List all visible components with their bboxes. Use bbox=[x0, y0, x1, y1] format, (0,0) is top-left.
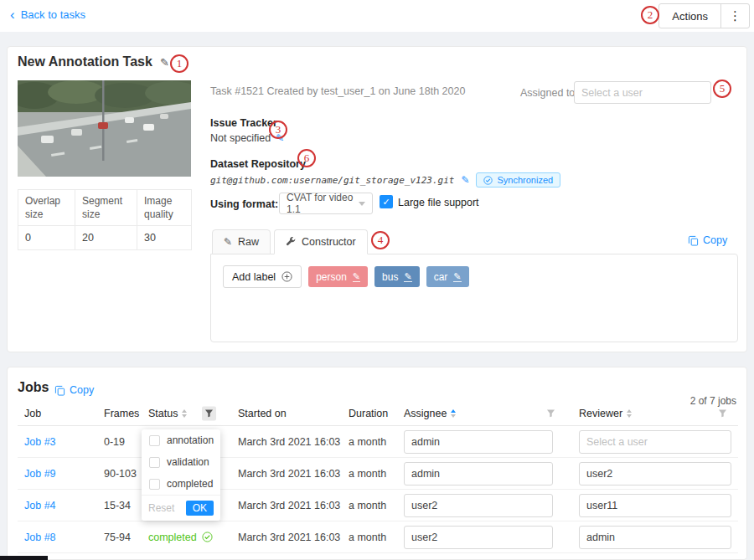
reviewer-input[interactable] bbox=[579, 494, 731, 517]
param-value-overlap: 0 bbox=[18, 226, 75, 250]
edit-label-icon[interactable]: ✎ bbox=[353, 272, 360, 282]
status-cell-completed: completed bbox=[148, 532, 213, 543]
filter-option-label: validation bbox=[167, 456, 209, 468]
annotation-marker-2: 2 bbox=[641, 6, 659, 24]
label-chip-car[interactable]: car ✎ bbox=[426, 266, 469, 287]
actions-button[interactable]: Actions bbox=[659, 4, 720, 28]
frames-cell: 75-94 bbox=[97, 532, 142, 543]
sort-icon[interactable] bbox=[627, 409, 632, 418]
copy-jobs-label: Copy bbox=[70, 384, 94, 396]
reviewer-input[interactable] bbox=[579, 430, 731, 454]
task-title: New Annotation Task bbox=[18, 54, 152, 69]
filter-option-validation[interactable]: validation bbox=[142, 451, 220, 473]
job-link[interactable]: Job #4 bbox=[24, 500, 56, 511]
assignee-input[interactable] bbox=[404, 430, 553, 454]
using-format-label: Using format: bbox=[210, 198, 278, 210]
checkbox-icon[interactable] bbox=[149, 457, 160, 468]
assignee-input[interactable] bbox=[404, 494, 553, 517]
job-link[interactable]: Job #9 bbox=[24, 468, 56, 480]
copy-jobs-button[interactable]: Copy bbox=[54, 384, 94, 396]
started-cell: March 3rd 2021 16:03 bbox=[231, 532, 342, 543]
status-text: completed bbox=[148, 532, 197, 543]
assignee-input[interactable] bbox=[404, 526, 553, 549]
label-chip-bus[interactable]: bus ✎ bbox=[374, 266, 420, 287]
labels-row: Add label person ✎ bus ✎ car ✎ bbox=[223, 265, 469, 288]
tab-raw-label: Raw bbox=[238, 236, 259, 248]
column-header-job: Job bbox=[18, 408, 97, 419]
param-value-segment: 20 bbox=[75, 226, 137, 250]
filter-reset-button[interactable]: Reset bbox=[148, 502, 174, 514]
checkbox-icon[interactable] bbox=[149, 479, 160, 490]
tab-raw[interactable]: ✎ Raw bbox=[212, 229, 271, 254]
repository-url: git@github.com:username/git_storage_v123… bbox=[210, 175, 454, 186]
tab-constructor[interactable]: Constructor bbox=[274, 229, 368, 254]
pencil-icon: ✎ bbox=[224, 236, 232, 248]
filter-dropdown-footer: Reset OK bbox=[142, 495, 220, 521]
assignee-input[interactable] bbox=[404, 462, 553, 486]
status-filter-icon[interactable] bbox=[202, 406, 216, 420]
column-header-started: Started on bbox=[231, 408, 342, 419]
table-row: Job #9 90-103 March 3rd 2021 16:03 a mon… bbox=[18, 458, 738, 490]
column-header-assignee[interactable]: Assignee bbox=[397, 408, 572, 419]
jobs-table: Job Frames Status Started on Duration As… bbox=[18, 401, 738, 553]
status-filter-dropdown: annotation validation completed Reset OK bbox=[142, 429, 220, 521]
duration-cell: a month bbox=[342, 468, 397, 480]
assignee-filter-icon[interactable] bbox=[546, 408, 555, 418]
job-link[interactable]: Job #3 bbox=[24, 436, 56, 448]
annotation-marker-4: 4 bbox=[371, 231, 390, 249]
task-details-card: New Annotation Task ✎ bbox=[7, 46, 747, 352]
param-header-overlap: Overlap size bbox=[18, 190, 75, 226]
edit-repository-icon[interactable]: ✎ bbox=[461, 174, 469, 186]
label-chip-person-name: person bbox=[316, 271, 347, 283]
add-label-text: Add label bbox=[232, 271, 276, 283]
kebab-menu-icon[interactable]: ⋮ bbox=[720, 4, 749, 28]
edit-label-icon[interactable]: ✎ bbox=[404, 272, 411, 282]
sort-icon[interactable] bbox=[182, 409, 187, 418]
task-preview-image bbox=[18, 80, 191, 177]
sync-status-badge: Synchronized bbox=[476, 172, 560, 188]
edit-label-icon[interactable]: ✎ bbox=[453, 272, 461, 282]
status-header-label: Status bbox=[148, 408, 178, 419]
copy-labels-button[interactable]: Copy bbox=[688, 234, 727, 246]
copy-icon bbox=[688, 235, 699, 246]
add-label-button[interactable]: Add label bbox=[223, 265, 302, 288]
filter-option-completed[interactable]: completed bbox=[142, 473, 220, 495]
copy-icon bbox=[54, 385, 65, 396]
sort-icon-active[interactable] bbox=[451, 409, 456, 418]
edit-title-icon[interactable]: ✎ bbox=[160, 56, 169, 69]
select-caret-icon bbox=[359, 202, 365, 206]
reviewer-filter-icon[interactable] bbox=[718, 408, 727, 418]
column-header-frames: Frames bbox=[97, 408, 142, 419]
duration-cell: a month bbox=[342, 532, 397, 543]
large-file-support-label: Large file support bbox=[398, 197, 479, 208]
issue-tracker-value: Not specified bbox=[210, 132, 271, 144]
label-chip-bus-name: bus bbox=[382, 271, 398, 283]
large-file-support-checkbox[interactable]: ✓ bbox=[380, 195, 393, 208]
annotation-marker-1: 1 bbox=[170, 54, 188, 73]
reviewer-input[interactable] bbox=[579, 462, 731, 486]
traffic-camera-preview bbox=[18, 80, 191, 177]
started-cell: March 3rd 2021 16:03 bbox=[231, 468, 342, 480]
column-header-status[interactable]: Status bbox=[142, 408, 231, 419]
reviewer-input[interactable] bbox=[579, 526, 731, 549]
export-format-select[interactable]: CVAT for video 1.1 bbox=[279, 193, 373, 214]
jobs-table-header: Job Frames Status Started on Duration As… bbox=[18, 401, 738, 426]
table-row: Job #3 0-19 March 3rd 2021 16:03 a month bbox=[18, 426, 738, 458]
filter-option-annotation[interactable]: annotation bbox=[142, 429, 220, 451]
wrench-icon bbox=[286, 237, 296, 247]
column-header-reviewer[interactable]: Reviewer bbox=[572, 408, 738, 419]
job-link[interactable]: Job #8 bbox=[24, 532, 56, 543]
jobs-card: Jobs Copy 2 of 7 jobs Job Frames Status … bbox=[7, 367, 747, 560]
table-row: Job #4 15-34 March 3rd 2021 16:03 a mont… bbox=[18, 490, 738, 521]
checkbox-icon[interactable] bbox=[149, 435, 160, 446]
label-chip-person[interactable]: person ✎ bbox=[308, 266, 368, 287]
back-to-tasks-link[interactable]: ‹ Back to tasks bbox=[10, 8, 85, 21]
param-header-quality: Image quality bbox=[137, 190, 191, 226]
filter-option-label: annotation bbox=[167, 434, 214, 446]
task-assignee-input[interactable] bbox=[574, 81, 711, 104]
actions-button-group: Actions ⋮ bbox=[658, 3, 750, 28]
issue-tracker-label: Issue Tracker bbox=[210, 117, 277, 129]
filter-ok-button[interactable]: OK bbox=[186, 501, 214, 516]
param-value-quality: 30 bbox=[137, 226, 191, 250]
sync-check-icon bbox=[483, 176, 493, 185]
